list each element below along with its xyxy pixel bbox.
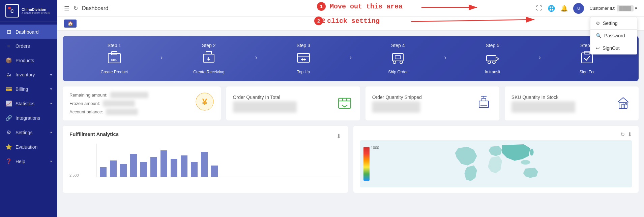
sidebar-item-label: Dashboard: [16, 29, 39, 35]
sidebar-item-inventory[interactable]: 🗂 Inventory ▾: [0, 68, 57, 82]
statistics-icon: 📈: [5, 100, 12, 107]
balance-row: Account balance: ██████: [69, 109, 148, 115]
step-arrow: ›: [252, 53, 260, 61]
sidebar-item-integrations[interactable]: 🔗 Integrations: [0, 111, 57, 125]
step-5: Step 5 In transit: [449, 43, 536, 74]
sidebar-logo: C ChinaDivision A CNUTIFORM BRAND: [0, 0, 57, 22]
home-breadcrumb[interactable]: 🏠: [64, 20, 77, 28]
step-3: Step 3 Top Up: [260, 43, 347, 74]
main-content: ☰ ↻ Dashboard ⛶ 🌐 🔔 U Customer ID: ████ …: [57, 0, 644, 217]
svg-rect-31: [625, 104, 626, 105]
dropdown-item-signout[interactable]: ↩ SignOut: [590, 42, 637, 54]
customer-id-area[interactable]: Customer ID: ████ ▾: [589, 5, 637, 11]
svg-rect-42: [181, 155, 187, 177]
world-map-svg: [377, 142, 630, 186]
sidebar-item-products[interactable]: 📦 Products: [0, 53, 57, 68]
chevron-down-icon: ▾: [50, 159, 52, 163]
chart-y-label: 2,500: [69, 173, 79, 177]
sku-stock-info: SKU Quantity In Stock ███████: [511, 95, 575, 113]
dropdown-item-setting[interactable]: ⚙ Setting: [590, 17, 637, 29]
products-icon: 📦: [5, 57, 12, 64]
sidebar-item-label: Orders: [16, 43, 30, 49]
chevron-down-icon: ▾: [50, 87, 52, 91]
sidebar-item-settings[interactable]: ⚙ Settings ▾: [0, 125, 57, 140]
download-icon[interactable]: ⬇: [336, 133, 341, 140]
refresh-icon[interactable]: ↻: [74, 5, 78, 11]
svg-point-47: [530, 149, 534, 155]
svg-rect-27: [479, 101, 489, 108]
order-shipped-info: Order Quantity Shipped ████: [372, 95, 422, 113]
bar-chart: [69, 144, 341, 177]
frozen-label: Frozen amount:: [69, 101, 100, 106]
bell-icon[interactable]: 🔔: [560, 5, 568, 12]
analytics-row: Fulfillment Analytics ⬇ 2,500: [63, 126, 639, 193]
svg-rect-35: [110, 160, 117, 177]
world-map: 1000: [360, 140, 632, 187]
globe-icon[interactable]: 🌐: [548, 5, 555, 12]
svg-rect-39: [150, 157, 157, 177]
step-arrow: ›: [347, 53, 355, 61]
sidebar: C ChinaDivision A CNUTIFORM BRAND ⊞ Dash…: [0, 0, 57, 217]
stats-row: Remaining amount: ████████ Frozen amount…: [63, 86, 639, 120]
chevron-down-icon: ▾: [50, 73, 52, 77]
svg-point-2: [8, 7, 11, 9]
steps-banner: Step 1 SKU Create Product › Step 2: [63, 36, 639, 81]
help-icon: ❓: [5, 158, 12, 165]
sidebar-item-label: Inventory: [16, 72, 35, 77]
sidebar-item-label: Help: [16, 159, 25, 164]
step-name: Ship Order: [388, 70, 408, 74]
sidebar-item-label: Products: [16, 58, 34, 63]
search-icon: 🔍: [596, 33, 602, 38]
logo-icon: C: [5, 4, 19, 17]
step-topup-icon: [296, 51, 311, 67]
fullscreen-icon[interactable]: ⛶: [536, 5, 542, 12]
sidebar-item-evaluation[interactable]: ⭐ Evaluation: [0, 140, 57, 154]
sidebar-item-dashboard[interactable]: ⊞ Dashboard: [0, 25, 57, 39]
step-label: Step 1: [108, 43, 121, 48]
content-area: Step 1 SKU Create Product › Step 2: [57, 31, 644, 217]
dropdown-item-password[interactable]: 🔍 Password: [590, 30, 637, 42]
sidebar-item-help[interactable]: ❓ Help ▾: [0, 154, 57, 169]
order-total-value: ███████: [233, 101, 297, 113]
remaining-label: Remaining amount:: [69, 93, 108, 98]
map-download-icon[interactable]: ⬇: [627, 131, 632, 138]
step-name: Create Receiving: [193, 70, 224, 74]
svg-text:SKU: SKU: [111, 58, 117, 62]
step-name: Create Product: [101, 70, 128, 74]
ship-icon: [475, 94, 493, 113]
order-shipped-label: Order Quantity Shipped: [372, 95, 422, 100]
inventory-icon: 🗂: [5, 72, 12, 78]
sidebar-nav: ⊞ Dashboard ≡ Orders 📦 Products 🗂 Invent…: [0, 22, 57, 217]
map-actions: ↻ ⬇: [620, 131, 632, 138]
signout-icon: ↩: [596, 45, 600, 51]
sidebar-item-label: Billing: [16, 86, 28, 92]
menu-toggle-icon[interactable]: ☰: [64, 5, 69, 12]
svg-rect-38: [140, 162, 147, 177]
step-4: Step 4 Ship Order: [354, 43, 441, 74]
sidebar-item-billing[interactable]: 💳 Billing ▾: [0, 82, 57, 96]
svg-rect-19: [487, 56, 496, 61]
sku-stock-card: SKU Quantity In Stock ███████: [505, 86, 639, 120]
order-shipped-value: ████: [372, 101, 420, 113]
chart-area: 2,500: [69, 144, 341, 177]
step-arrow: ›: [536, 53, 544, 61]
svg-point-18: [400, 61, 403, 64]
map-refresh-icon[interactable]: ↻: [620, 131, 625, 138]
house-icon: [614, 94, 632, 113]
sidebar-item-orders[interactable]: ≡ Orders: [0, 39, 57, 53]
svg-rect-41: [171, 159, 177, 177]
dropdown-label: SignOut: [603, 45, 620, 51]
svg-rect-14: [297, 53, 310, 62]
sidebar-item-statistics[interactable]: 📈 Statistics ▾: [0, 96, 57, 111]
user-dropdown-menu: ⚙ Setting 🔍 Password ↩ SignOut: [590, 17, 637, 55]
yen-icon: ¥: [195, 92, 214, 115]
step-sku-icon: SKU: [107, 51, 122, 67]
logo-brand: ChinaDivision: [22, 7, 50, 11]
step-name: In transit: [485, 70, 500, 74]
logo-sub: A CNUTIFORM BRAND: [22, 11, 50, 14]
map-analytics-card: ↻ ⬇ 1000: [353, 126, 639, 193]
svg-point-21: [493, 61, 495, 64]
user-avatar[interactable]: U: [573, 3, 584, 14]
orders-icon: ≡: [5, 43, 12, 49]
sidebar-item-label: Evaluation: [16, 144, 37, 150]
